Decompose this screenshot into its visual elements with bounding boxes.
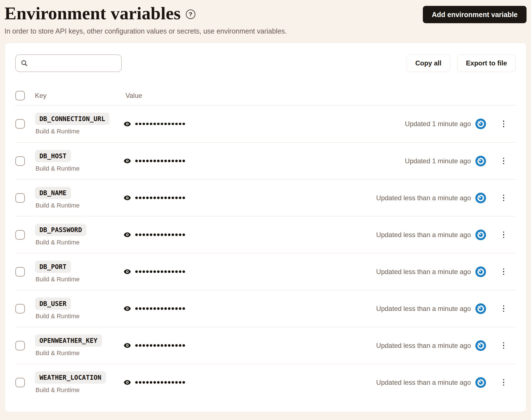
row-menu-button[interactable]	[501, 193, 507, 203]
value-cell	[124, 306, 185, 311]
env-var-key-chip: DB_PASSWORD	[35, 224, 86, 236]
sync-status-icon[interactable]	[475, 266, 486, 277]
toolbar-actions: Copy all Export to file	[407, 55, 516, 72]
masked-value-dots	[135, 381, 185, 384]
env-var-row: DB_HOST Build & Runtime Updated 1 minute…	[15, 142, 516, 179]
key-cell: WEATHER_LOCATION Build & Runtime	[35, 371, 119, 394]
page-header: Environment variables ? In order to stor…	[4, 4, 527, 35]
row-menu-button[interactable]	[501, 341, 507, 351]
eye-icon[interactable]	[124, 158, 131, 164]
updated-timestamp: Updated 1 minute ago	[405, 157, 471, 165]
key-cell: DB_CONNECTION_URL Build & Runtime	[35, 113, 119, 135]
eye-icon[interactable]	[124, 343, 131, 348]
copy-all-button[interactable]: Copy all	[407, 55, 450, 72]
masked-value-dots	[135, 123, 185, 125]
column-header-value: Value	[125, 92, 142, 100]
eye-icon[interactable]	[124, 121, 131, 127]
key-cell: DB_NAME Build & Runtime	[35, 187, 119, 209]
env-var-key-chip: WEATHER_LOCATION	[35, 371, 106, 384]
sync-status-icon[interactable]	[475, 119, 486, 129]
env-var-key-chip: DB_HOST	[35, 150, 71, 162]
key-cell: DB_PORT Build & Runtime	[35, 261, 119, 283]
row-menu-button[interactable]	[501, 119, 507, 129]
updated-timestamp: Updated less than a minute ago	[376, 194, 471, 202]
row-menu-button[interactable]	[501, 230, 507, 240]
updated-timestamp: Updated less than a minute ago	[376, 379, 471, 386]
eye-icon[interactable]	[124, 380, 131, 385]
row-checkbox[interactable]	[15, 267, 25, 277]
row-checkbox[interactable]	[15, 378, 25, 387]
updated-timestamp: Updated 1 minute ago	[405, 120, 471, 128]
search-box[interactable]	[15, 55, 122, 72]
row-checkbox[interactable]	[15, 193, 25, 203]
search-icon	[21, 60, 28, 67]
env-var-row: DB_NAME Build & Runtime Updated less tha…	[15, 179, 516, 216]
row-checkbox[interactable]	[15, 119, 25, 129]
env-vars-card: Copy all Export to file Key Value DB_CON…	[4, 43, 527, 412]
page-subtitle: In order to store API keys, other config…	[4, 27, 287, 35]
updated-timestamp: Updated less than a minute ago	[376, 342, 471, 350]
masked-value-dots	[135, 233, 185, 236]
key-cell: DB_HOST Build & Runtime	[35, 150, 119, 172]
eye-icon[interactable]	[124, 195, 131, 200]
masked-value-dots	[135, 160, 185, 162]
env-var-row: OPENWEATHER_KEY Build & Runtime Updated …	[15, 327, 516, 364]
row-menu-button[interactable]	[501, 377, 507, 388]
env-var-scope-label: Build & Runtime	[35, 276, 80, 283]
value-cell	[124, 343, 185, 348]
env-var-scope-label: Build & Runtime	[35, 350, 80, 357]
value-cell	[124, 380, 185, 385]
key-cell: DB_PASSWORD Build & Runtime	[35, 224, 119, 246]
value-cell	[124, 269, 185, 274]
toolbar: Copy all Export to file	[15, 55, 516, 72]
masked-value-dots	[135, 197, 185, 199]
env-var-key-chip: DB_PORT	[35, 261, 71, 273]
masked-value-dots	[135, 270, 185, 273]
env-var-key-chip: DB_CONNECTION_URL	[35, 113, 110, 125]
sync-status-icon[interactable]	[475, 230, 486, 240]
env-var-row: DB_USER Build & Runtime Updated less tha…	[15, 290, 516, 327]
eye-icon[interactable]	[124, 306, 131, 311]
updated-timestamp: Updated less than a minute ago	[376, 231, 471, 239]
sync-status-icon[interactable]	[475, 377, 486, 388]
row-menu-button[interactable]	[501, 267, 507, 277]
sync-status-icon[interactable]	[475, 156, 486, 166]
row-checkbox[interactable]	[15, 230, 25, 240]
masked-value-dots	[135, 344, 185, 347]
value-cell	[124, 158, 185, 164]
eye-icon[interactable]	[124, 232, 131, 237]
help-icon[interactable]: ?	[186, 10, 195, 19]
env-var-row: DB_PORT Build & Runtime Updated less tha…	[15, 253, 516, 290]
add-environment-variable-button[interactable]: Add environment variable	[423, 6, 527, 23]
page-title: Environment variables	[4, 4, 181, 23]
env-var-scope-label: Build & Runtime	[35, 386, 80, 394]
env-var-scope-label: Build & Runtime	[35, 313, 80, 320]
sync-status-icon[interactable]	[475, 303, 486, 314]
search-input[interactable]	[31, 59, 116, 67]
row-menu-button[interactable]	[501, 304, 507, 314]
eye-icon[interactable]	[124, 269, 131, 274]
select-all-checkbox[interactable]	[15, 91, 25, 100]
value-cell	[124, 232, 185, 237]
env-var-row: WEATHER_LOCATION Build & Runtime Updated…	[15, 364, 516, 401]
row-checkbox[interactable]	[15, 341, 25, 350]
value-cell	[124, 195, 185, 200]
env-var-scope-label: Build & Runtime	[35, 202, 80, 209]
row-checkbox[interactable]	[15, 156, 25, 166]
sync-status-icon[interactable]	[475, 193, 486, 203]
environment-variables-page: Environment variables ? In order to stor…	[0, 0, 531, 412]
sync-status-icon[interactable]	[475, 340, 486, 351]
env-var-key-chip: DB_NAME	[35, 187, 71, 199]
row-checkbox[interactable]	[15, 304, 25, 313]
export-to-file-button[interactable]: Export to file	[457, 55, 516, 72]
row-menu-button[interactable]	[501, 156, 507, 166]
env-var-row: DB_PASSWORD Build & Runtime Updated less…	[15, 216, 516, 253]
masked-value-dots	[135, 307, 185, 310]
key-cell: OPENWEATHER_KEY Build & Runtime	[35, 334, 119, 357]
title-block: Environment variables ? In order to stor…	[4, 4, 287, 35]
env-var-key-chip: DB_USER	[35, 298, 71, 310]
column-header-key: Key	[35, 92, 119, 100]
env-var-row: DB_CONNECTION_URL Build & Runtime Update…	[15, 105, 516, 142]
env-var-scope-label: Build & Runtime	[35, 128, 80, 135]
key-cell: DB_USER Build & Runtime	[35, 298, 119, 320]
